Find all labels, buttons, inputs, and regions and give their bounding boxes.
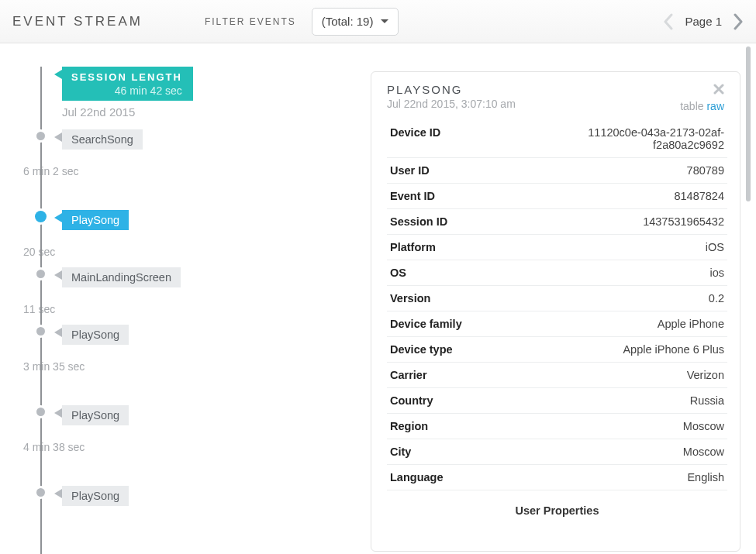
gap-label: 20 sec [23,246,363,258]
table-row: Event ID81487824 [387,184,727,209]
page-scrollbar[interactable] [746,46,751,248]
page-title: EVENT STREAM [12,14,143,29]
table-row: Session ID1437531965432 [387,209,727,235]
table-row: OSios [387,260,727,286]
gap-label: 3 min 35 sec [23,360,363,373]
timeline-event: SearchSong [40,126,363,154]
timeline-event: PlaySong [40,207,363,235]
table-row: User ID780789 [387,158,727,184]
detail-value: 11120c0e-043a-2173-02af-f2a80a2c9692 [523,120,727,158]
timeline-event: PlaySong [40,483,363,511]
session-length-badge: SESSION LENGTH 46 min 42 sec [62,67,193,101]
timeline-dot [36,132,45,140]
detail-subtitle: Jul 22nd 2015, 3:07:10 am [387,98,680,110]
filter-value: (Total: 19) [322,15,374,28]
table-row: Device familyApple iPhone [387,311,727,337]
detail-key: Event ID [387,184,523,209]
detail-table: Device ID11120c0e-043a-2173-02af-f2a80a2… [387,120,727,490]
detail-value: English [523,465,727,490]
detail-key: Version [387,286,523,311]
detail-value: 0.2 [523,286,727,311]
gap-label: 11 sec [23,303,363,315]
table-row: PlatformiOS [387,235,727,260]
detail-key: OS [387,260,523,286]
detail-title: PLAYSONG [387,83,680,96]
detail-key: Country [387,388,523,414]
top-bar: EVENT STREAM FILTER EVENTS (Total: 19) P… [0,0,756,43]
view-table-link[interactable]: table [680,100,703,112]
timeline-event: PlaySong [40,402,363,430]
event-stream-column: SESSION LENGTH 46 min 42 sec Jul 22nd 20… [0,43,363,554]
user-properties-header: User Properties [387,490,727,521]
table-row: Device ID11120c0e-043a-2173-02af-f2a80a2… [387,120,727,158]
table-row: RegionMoscow [387,414,727,439]
table-row: CarrierVerizon [387,363,727,388]
detail-value: ios [523,260,727,286]
event-pill[interactable]: PlaySong [62,210,129,230]
session-date: Jul 22nd 2015 [62,105,363,119]
timeline-dot [36,408,45,416]
session-length-label: SESSION LENGTH [71,71,182,83]
detail-key: Platform [387,235,523,260]
detail-value: Apple iPhone 6 Plus [523,337,727,363]
detail-value: 1437531965432 [523,209,727,235]
caret-down-icon [381,19,388,23]
prev-page-button[interactable] [663,13,674,30]
event-pill[interactable]: SearchSong [62,129,143,150]
detail-key: Carrier [387,363,523,388]
chevron-right-icon [733,13,744,30]
detail-body[interactable]: Device ID11120c0e-043a-2173-02af-f2a80a2… [371,120,740,551]
detail-value: Russia [523,388,727,414]
table-row: LanguageEnglish [387,465,727,490]
event-pill[interactable]: PlaySong [62,325,129,345]
gap-label: 4 min 38 sec [23,441,363,453]
detail-key: Device ID [387,120,523,158]
close-icon [713,84,724,95]
timeline-dot [36,270,45,278]
close-button[interactable] [680,83,724,97]
event-pill[interactable]: MainLandingScreen [62,267,181,287]
next-page-button[interactable] [733,13,744,30]
gap-label: 6 min 2 sec [23,165,363,177]
view-raw-link[interactable]: raw [706,100,724,112]
page-label: Page 1 [685,15,722,28]
detail-key: Session ID [387,209,523,235]
detail-value: Moscow [523,439,727,465]
detail-key: Language [387,465,523,490]
detail-key: User ID [387,158,523,184]
timeline-event: MainLandingScreen [40,264,363,292]
detail-value: 81487824 [523,184,727,209]
table-row: CountryRussia [387,388,727,414]
table-row: Version0.2 [387,286,727,311]
detail-key: City [387,439,523,465]
chevron-left-icon [663,13,674,30]
timeline-dot [36,327,45,335]
event-pill[interactable]: PlaySong [62,405,129,425]
detail-value: 780789 [523,158,727,184]
filter-select[interactable]: (Total: 19) [312,8,399,36]
table-row: CityMoscow [387,439,727,465]
detail-value: Verizon [523,363,727,388]
table-row: Device typeApple iPhone 6 Plus [387,337,727,363]
detail-value: Moscow [523,414,727,439]
detail-key: Device type [387,337,523,363]
detail-key: Region [387,414,523,439]
timeline-dot [35,211,47,222]
timeline-event: PlaySong [40,322,363,349]
timeline-dot [36,488,45,497]
session-length-value: 46 min 42 sec [71,84,182,97]
detail-value: Apple iPhone [523,311,727,337]
pager: Page 1 [663,13,744,30]
event-pill[interactable]: PlaySong [62,486,129,506]
detail-key: Device family [387,311,523,337]
event-detail-panel: PLAYSONG Jul 22nd 2015, 3:07:10 am table… [371,71,740,552]
detail-value: iOS [523,235,727,260]
filter-label: FILTER EVENTS [205,16,296,27]
